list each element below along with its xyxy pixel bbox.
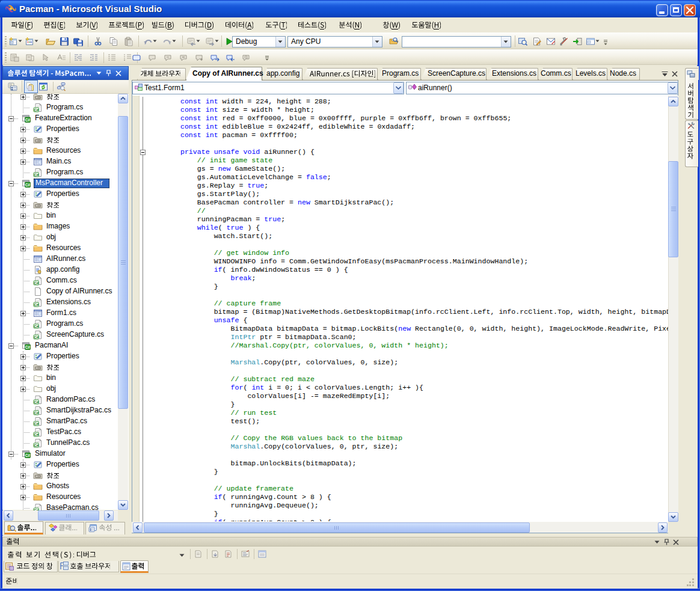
svg-text:C#: C# [34, 411, 38, 415]
svg-text:C#: C# [34, 108, 38, 112]
svg-text:C#: C# [34, 433, 38, 436]
svg-text:C#: C# [34, 335, 38, 339]
svg-text:C#: C# [34, 444, 38, 447]
svg-text:C#: C# [34, 325, 38, 328]
svg-text:C#: C# [34, 422, 38, 426]
svg-text:C#: C# [25, 183, 31, 187]
svg-text:C#: C# [25, 345, 31, 349]
svg-text:C#: C# [34, 173, 38, 177]
svg-text:C#: C# [25, 453, 31, 458]
svg-text:C#: C# [34, 400, 38, 404]
svg-text:C#: C# [25, 118, 31, 122]
svg-text:C#: C# [34, 303, 38, 307]
svg-text:C#: C# [34, 281, 38, 285]
